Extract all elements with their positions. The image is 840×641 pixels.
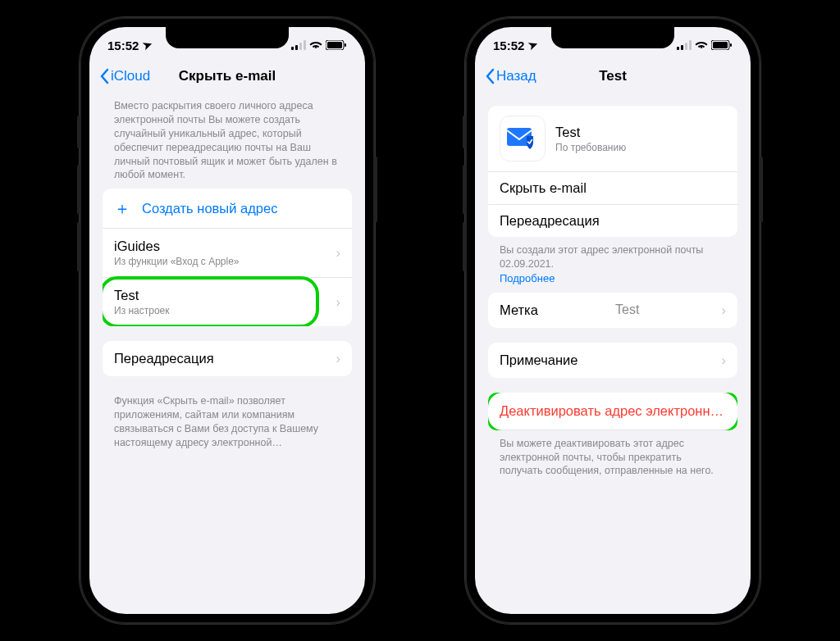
notch <box>551 27 674 48</box>
forward-row[interactable]: Переадресация <box>488 205 737 237</box>
nav-bar-right: Назад Test <box>475 60 751 93</box>
screen-right: 15:52 ➤ Назад Test <box>475 27 751 614</box>
signal-icon <box>291 40 306 50</box>
nav-bar-left: iCloud Скрыть e-mail <box>89 60 365 93</box>
svg-rect-5 <box>327 42 342 48</box>
svg-rect-9 <box>685 43 687 50</box>
label-group: Метка Test › <box>488 293 737 328</box>
back-label: Назад <box>496 68 536 84</box>
row-label: Переадресация <box>500 213 600 229</box>
hide-email-row[interactable]: Скрыть e-mail <box>488 172 737 205</box>
more-link[interactable]: Подробнее <box>500 272 555 284</box>
forward-label: Переадресация <box>114 351 214 366</box>
location-icon: ➤ <box>527 37 541 52</box>
back-button[interactable]: Назад <box>485 68 536 84</box>
created-info: Вы создали этот адрес электронной почты … <box>488 240 737 293</box>
battery-icon <box>326 40 347 50</box>
deactivate-info: Вы можете деактивировать этот адрес элек… <box>488 434 737 485</box>
address-item-iguides[interactable]: iGuides Из функции «Вход с Apple» › <box>103 229 352 278</box>
status-time: 15:52 <box>493 39 524 52</box>
row-label: Примечание <box>500 352 578 368</box>
chevron-left-icon <box>99 68 109 84</box>
forward-group: Переадресация › <box>103 341 352 376</box>
svg-rect-0 <box>291 47 294 50</box>
location-icon: ➤ <box>141 37 155 52</box>
phone-left: 15:52 ➤ iCloud Скрыть e-mail Вместо раск… <box>80 17 375 624</box>
deactivate-group: Деактивировать адрес электронной п… <box>488 393 737 430</box>
address-group: ＋ Создать новый адрес iGuides Из функции… <box>103 189 352 326</box>
svg-rect-12 <box>713 42 728 48</box>
wifi-icon <box>309 40 322 50</box>
mail-shield-icon <box>500 116 546 161</box>
row-label: Скрыть e-mail <box>500 180 587 196</box>
svg-rect-13 <box>730 43 732 47</box>
note-group: Примечание › <box>488 343 737 378</box>
deactivate-button[interactable]: Деактивировать адрес электронной п… <box>488 393 737 430</box>
create-address-button[interactable]: ＋ Создать новый адрес <box>103 189 352 229</box>
svg-rect-8 <box>681 45 683 50</box>
battery-icon <box>711 40 733 50</box>
note-row[interactable]: Примечание › <box>488 343 737 378</box>
signal-icon <box>677 40 692 50</box>
chevron-left-icon <box>485 68 495 84</box>
card-title: Test <box>555 125 626 140</box>
phone-right: 15:52 ➤ Назад Test <box>465 17 760 624</box>
back-button[interactable]: iCloud <box>99 68 150 84</box>
chevron-right-icon: › <box>722 302 727 318</box>
svg-rect-6 <box>345 43 346 47</box>
info-card: Test По требованию <box>488 106 737 172</box>
item-subtitle: Из настроек <box>114 305 170 316</box>
status-icons <box>291 40 347 50</box>
plus-icon: ＋ <box>114 200 130 216</box>
svg-rect-7 <box>677 47 679 50</box>
chevron-right-icon: › <box>336 245 341 261</box>
wifi-icon <box>695 40 708 50</box>
chevron-right-icon: › <box>336 294 341 310</box>
status-time: 15:52 <box>107 39 139 52</box>
info-card-group: Test По требованию Скрыть e-mail Переадр… <box>488 106 737 237</box>
svg-rect-1 <box>295 45 298 50</box>
svg-rect-3 <box>304 40 306 50</box>
footer-info: Функция «Скрыть e-mail» позволяет прилож… <box>103 391 352 457</box>
label-row[interactable]: Метка Test › <box>488 293 737 328</box>
chevron-right-icon: › <box>722 352 727 368</box>
address-item-test[interactable]: Test Из настроек › <box>103 278 352 326</box>
svg-rect-10 <box>689 40 692 50</box>
svg-rect-2 <box>299 43 302 50</box>
item-subtitle: Из функции «Вход с Apple» <box>114 256 240 267</box>
back-label: iCloud <box>111 68 150 84</box>
intro-text: Вместо раскрытия своего личного адреса э… <box>103 96 352 189</box>
screen-left: 15:52 ➤ iCloud Скрыть e-mail Вместо раск… <box>89 27 365 614</box>
card-subtitle: По требованию <box>555 142 626 153</box>
status-icons <box>677 40 733 50</box>
notch <box>166 27 289 48</box>
row-value: Test <box>615 302 639 317</box>
create-label: Создать новый адрес <box>142 201 277 216</box>
chevron-right-icon: › <box>336 351 341 366</box>
forward-row[interactable]: Переадресация › <box>103 341 352 376</box>
item-title: Test <box>114 288 139 302</box>
row-label: Метка <box>500 302 538 318</box>
item-title: iGuides <box>114 239 160 253</box>
